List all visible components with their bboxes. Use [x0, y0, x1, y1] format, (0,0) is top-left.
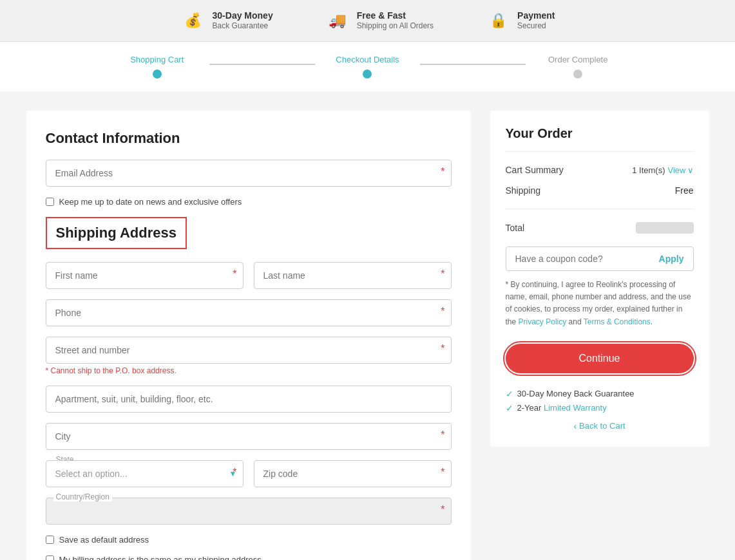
email-required: *: [441, 166, 444, 178]
state-field-group: State Select an option... ▼ *: [46, 460, 243, 487]
save-default-checkbox[interactable]: [46, 536, 54, 544]
continue-button[interactable]: Continue: [506, 344, 694, 373]
apply-button[interactable]: Apply: [650, 247, 693, 270]
apartment-input[interactable]: [46, 386, 452, 413]
shipping-address-title: Shipping Address: [56, 225, 177, 241]
country-label: Country/Region: [53, 492, 112, 501]
country-input[interactable]: [46, 498, 452, 525]
banner-item-money: 💰 30-Day Money Back Guarantee: [180, 8, 273, 33]
banner-money-sub: Back Guarantee: [213, 21, 273, 32]
newsletter-checkbox[interactable]: [46, 198, 54, 206]
step-checkout-label: Checkout Details: [336, 55, 399, 64]
payment-icon: 🔒: [485, 8, 511, 33]
first-name-field-group: *: [46, 262, 243, 289]
zip-input[interactable]: [254, 460, 452, 487]
shipping-label: Shipping: [506, 185, 541, 196]
chevron-down-icon: ∨: [687, 165, 694, 175]
city-required: *: [441, 429, 444, 441]
back-arrow-icon: ‹: [573, 421, 577, 431]
email-input[interactable]: [46, 160, 452, 187]
banner-money-main: 30-Day Money: [213, 10, 273, 21]
check-icon-2: ✓: [506, 403, 513, 413]
state-select[interactable]: Select an option...: [46, 460, 243, 487]
check-icon-1: ✓: [506, 389, 513, 399]
cart-summary-row: Cart Summary 1 Item(s) View ∨: [506, 160, 694, 180]
shipping-value: Free: [675, 185, 694, 196]
banner-shipping-sub: Shipping on All Orders: [357, 21, 434, 32]
country-required: *: [441, 504, 444, 516]
phone-required: *: [441, 306, 444, 317]
cart-summary-right: 1 Item(s) View ∨: [632, 165, 693, 175]
zip-required: *: [441, 467, 444, 478]
guarantee-list: ✓ 30-Day Money Back Guarantee ✓ 2-Year L…: [506, 389, 694, 413]
coupon-input[interactable]: [506, 247, 650, 270]
guarantee-item-1: ✓ 30-Day Money Back Guarantee: [506, 389, 694, 399]
state-required: *: [233, 467, 236, 478]
save-default-label: Save as default address: [59, 535, 149, 545]
total-row: Total: [506, 217, 694, 239]
progress-bar: Shopping Cart Checkout Details Order Com…: [0, 42, 735, 91]
step-checkout-dot: [363, 70, 372, 79]
shipping-address-title-box: Shipping Address: [46, 217, 187, 249]
first-name-input[interactable]: [46, 262, 243, 289]
step-shopping-cart-dot: [153, 70, 162, 79]
main-layout: Contact Information * Keep me up to date…: [14, 111, 722, 560]
total-label: Total: [506, 223, 525, 233]
banner-item-payment: 🔒 Payment Secured: [485, 8, 555, 33]
phone-input[interactable]: [46, 299, 452, 326]
last-name-field-group: *: [254, 262, 452, 289]
terms-text: * By continuing, I agree to Reolink's pr…: [506, 279, 694, 328]
shipping-row: Shipping Free: [506, 180, 694, 201]
back-to-cart[interactable]: ‹ Back to Cart: [506, 421, 694, 431]
city-input[interactable]: [46, 423, 452, 450]
po-box-note: * Cannot ship to the P.O. box address.: [46, 366, 452, 375]
street-field-group: * * Cannot ship to the P.O. box address.: [46, 337, 452, 375]
banner-payment-sub: Secured: [517, 21, 555, 32]
name-field-row: * *: [46, 262, 452, 299]
city-field-group: *: [46, 423, 452, 450]
shipping-icon: 🚚: [325, 8, 350, 33]
view-link[interactable]: View ∨: [668, 165, 694, 175]
step-connector-1: [209, 64, 314, 65]
last-name-input[interactable]: [254, 262, 452, 289]
step-order-complete-dot: [573, 70, 582, 79]
step-connector-2: [420, 64, 525, 65]
state-select-wrapper: Select an option... ▼: [46, 460, 243, 487]
apartment-field-group: [46, 386, 452, 413]
street-input[interactable]: [46, 337, 452, 364]
country-field-group: Country/Region *: [46, 498, 452, 525]
contact-info-title: Contact Information: [46, 130, 452, 147]
cart-summary-label: Cart Summary: [506, 165, 564, 175]
zip-field-group: *: [254, 460, 452, 487]
order-summary: Your Order Cart Summary 1 Item(s) View ∨…: [490, 111, 709, 447]
terms-link[interactable]: Terms & Conditions: [584, 317, 651, 326]
divider-1: [506, 151, 694, 152]
privacy-policy-link[interactable]: Privacy Policy: [519, 317, 567, 326]
banner-item-shipping: 🚚 Free & Fast Shipping on All Orders: [325, 8, 434, 33]
banner-payment-main: Payment: [517, 10, 555, 21]
billing-same-row: My billing address is the same as my shi…: [46, 555, 452, 560]
first-name-required: *: [233, 268, 236, 280]
guarantee-text-1: 30-Day Money Back Guarantee: [517, 389, 635, 398]
items-count: 1 Item(s): [632, 165, 665, 175]
step-checkout-details[interactable]: Checkout Details: [315, 55, 420, 79]
email-field-group: *: [46, 160, 452, 187]
phone-field-group: *: [46, 299, 452, 326]
guarantee-text-2: 2-Year Limited Warranty: [517, 403, 607, 413]
street-required: *: [441, 343, 444, 355]
banner-shipping-main: Free & Fast: [357, 10, 434, 21]
guarantee-item-2: ✓ 2-Year Limited Warranty: [506, 403, 694, 413]
top-banner: 💰 30-Day Money Back Guarantee 🚚 Free & F…: [0, 0, 735, 42]
step-order-complete[interactable]: Order Complete: [526, 55, 631, 79]
save-default-row: Save as default address: [46, 535, 452, 545]
coupon-field: Apply: [506, 247, 694, 271]
money-icon: 💰: [180, 8, 206, 33]
newsletter-checkbox-row: Keep me up to date on news and exclusive…: [46, 197, 452, 207]
total-value-blur: [636, 222, 694, 234]
step-shopping-cart-label: Shopping Cart: [130, 55, 184, 64]
warranty-link[interactable]: Limited Warranty: [544, 403, 607, 413]
step-shopping-cart[interactable]: Shopping Cart: [104, 55, 209, 79]
step-order-complete-label: Order Complete: [548, 55, 607, 64]
billing-same-checkbox[interactable]: [46, 555, 54, 560]
back-to-cart-label: Back to Cart: [579, 421, 625, 431]
